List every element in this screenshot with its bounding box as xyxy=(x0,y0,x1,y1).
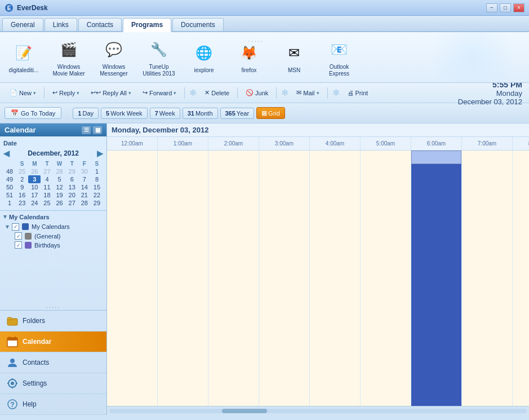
forward-dropdown-icon[interactable]: ▾ xyxy=(174,90,176,96)
program-digitalediti[interactable]: 📝 digitalediti... xyxy=(7,41,41,74)
time-column[interactable] xyxy=(208,151,259,406)
calendar-day[interactable]: 3 xyxy=(28,175,41,183)
forward-button[interactable]: ↪ Forward ▾ xyxy=(137,87,181,99)
calendar-day[interactable]: 25 xyxy=(41,199,53,207)
calendar-day[interactable]: 6 xyxy=(66,175,78,183)
next-month-button[interactable]: ▶ xyxy=(97,149,103,158)
calendar-day[interactable]: 4 xyxy=(41,175,53,183)
reply-all-dropdown-icon[interactable]: ▾ xyxy=(128,90,131,96)
calendar-day[interactable]: 15 xyxy=(91,183,103,191)
calendar-day[interactable]: 23 xyxy=(16,199,28,207)
program-firefox[interactable]: 🦊 firefox xyxy=(232,41,266,74)
tab-documents[interactable]: Documents xyxy=(172,18,224,31)
program-messenger[interactable]: 💬 Windows Messenger xyxy=(97,38,131,77)
my-calendars-expand-icon[interactable]: ▾ xyxy=(3,213,7,220)
view-day-button[interactable]: 1 Day xyxy=(73,108,99,119)
goto-today-button[interactable]: 📅 Go To Today xyxy=(5,107,61,119)
close-button[interactable]: × xyxy=(513,3,524,12)
sidebar-item-settings[interactable]: Settings xyxy=(0,373,106,394)
print-button[interactable]: 🖨 Print xyxy=(343,87,374,99)
tab-general[interactable]: General xyxy=(2,18,43,31)
reply-dropdown-icon[interactable]: ▾ xyxy=(77,90,79,96)
delete-button[interactable]: ✕ Delete xyxy=(199,87,234,99)
calendar-day[interactable]: 26 xyxy=(28,167,41,175)
view-grid-button[interactable]: ▦ Grid xyxy=(256,107,285,119)
tab-links[interactable]: Links xyxy=(45,18,77,31)
calendar-day[interactable]: 29 xyxy=(91,199,103,207)
sidebar-item-help[interactable]: ? Help xyxy=(0,394,106,415)
time-column[interactable] xyxy=(259,151,310,406)
reply-button[interactable]: ↩ Reply ▾ xyxy=(47,87,85,99)
calendar-day[interactable]: 17 xyxy=(28,191,41,199)
scroll-thumb[interactable] xyxy=(222,409,267,413)
program-icon-firefox: 🦊 xyxy=(237,41,261,65)
calendar-day[interactable]: 18 xyxy=(41,191,53,199)
sidebar-item-calendar[interactable]: Calendar xyxy=(0,331,106,352)
time-grid-wrapper[interactable]: 12:00am1:00am2:00am3:00am4:00am5:00am6:0… xyxy=(107,137,529,406)
tab-programs[interactable]: Programs xyxy=(123,18,171,32)
calendar-day[interactable]: 1 xyxy=(91,167,103,175)
new-button[interactable]: 📄 New ▾ xyxy=(5,87,41,99)
reply-all-button[interactable]: ↩↩ Reply All ▾ xyxy=(86,87,136,99)
calendar-day[interactable]: 20 xyxy=(66,191,78,199)
calendar-day[interactable]: 21 xyxy=(78,191,91,199)
time-column[interactable] xyxy=(107,151,158,406)
view-workweek-button[interactable]: 5 Work Week xyxy=(101,108,148,119)
title-bar-controls[interactable]: − □ × xyxy=(486,3,524,12)
calendar-day[interactable]: 7 xyxy=(78,175,91,183)
birthdays-checkbox[interactable]: ✓ xyxy=(15,241,22,249)
prev-month-button[interactable]: ◀ xyxy=(3,149,10,158)
view-year-button[interactable]: 365 Year xyxy=(220,108,255,119)
program-moviemaker[interactable]: 🎬 Windows Movie Maker xyxy=(52,38,86,77)
calendar-day[interactable]: 28 xyxy=(78,199,91,207)
mail-button[interactable]: ✉ Mail ▾ xyxy=(291,87,324,99)
horizontal-scrollbar[interactable] xyxy=(107,406,529,415)
time-column[interactable] xyxy=(361,151,411,406)
program-tuneup[interactable]: 🔧 TuneUp Utilities 2013 xyxy=(142,38,176,77)
calendar-day[interactable]: 24 xyxy=(28,199,41,207)
group-expand-icon[interactable]: ▾ xyxy=(6,223,9,231)
mail-dropdown-icon[interactable]: ▾ xyxy=(317,90,319,96)
sidebar-item-contacts[interactable]: Contacts xyxy=(0,352,106,373)
sidebar-item-folders[interactable]: Folders xyxy=(0,311,106,331)
calendar-day[interactable]: 5 xyxy=(54,175,66,183)
junk-button[interactable]: 🚫 Junk xyxy=(241,87,273,99)
general-checkbox[interactable]: ✓ xyxy=(15,232,22,240)
resize-handle[interactable]: ..... xyxy=(0,302,106,310)
calendar-day[interactable]: 25 xyxy=(16,167,28,175)
calendar-day[interactable]: 8 xyxy=(91,175,103,183)
time-column[interactable] xyxy=(411,151,462,406)
new-dropdown-icon[interactable]: ▾ xyxy=(33,90,36,96)
minimize-button[interactable]: − xyxy=(486,3,497,12)
time-column[interactable] xyxy=(310,151,361,406)
calendar-day[interactable]: 11 xyxy=(41,183,53,191)
calendar-day[interactable]: 19 xyxy=(54,191,66,199)
cal-icon-grid[interactable]: ▦ xyxy=(93,126,102,134)
time-column[interactable] xyxy=(158,151,208,406)
calendar-day[interactable]: 14 xyxy=(78,183,91,191)
cal-icon-list[interactable]: ☰ xyxy=(82,126,91,134)
view-week-button[interactable]: 7 Week xyxy=(150,108,180,119)
calendar-day[interactable]: 10 xyxy=(28,183,41,191)
calendar-day[interactable]: 12 xyxy=(54,183,66,191)
program-iexplore[interactable]: 🌐 iexplore xyxy=(187,41,221,74)
calendar-day[interactable]: 27 xyxy=(66,199,78,207)
calendar-day[interactable]: 30 xyxy=(78,167,91,175)
calendar-day[interactable]: 28 xyxy=(54,167,66,175)
calendar-day[interactable]: 13 xyxy=(66,183,78,191)
my-calendars-checkbox[interactable]: ✓ xyxy=(12,223,19,231)
calendar-day[interactable]: 9 xyxy=(16,183,28,191)
calendar-day[interactable]: 29 xyxy=(66,167,78,175)
calendar-day[interactable]: 2 xyxy=(16,175,28,183)
view-month-button[interactable]: 31 Month xyxy=(183,108,218,119)
time-column[interactable] xyxy=(513,151,529,406)
calendar-day[interactable]: 16 xyxy=(16,191,28,199)
program-msn[interactable]: ✉ MSN xyxy=(277,41,311,74)
calendar-day[interactable]: 26 xyxy=(54,199,66,207)
calendar-day[interactable]: 27 xyxy=(41,167,53,175)
program-outlook[interactable]: 📧 Outlook Express xyxy=(322,38,356,77)
tab-contacts[interactable]: Contacts xyxy=(78,18,122,31)
time-column[interactable] xyxy=(462,151,513,406)
maximize-button[interactable]: □ xyxy=(500,3,511,12)
calendar-day[interactable]: 22 xyxy=(91,191,103,199)
